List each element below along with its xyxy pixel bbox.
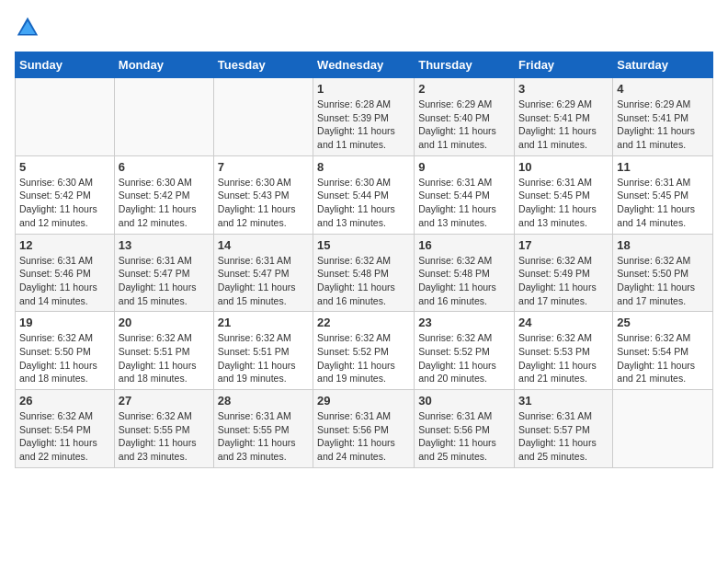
calendar-header-tuesday: Tuesday [213, 52, 313, 78]
calendar-cell: 27Sunrise: 6:32 AM Sunset: 5:55 PM Dayli… [114, 390, 213, 468]
calendar-cell: 1Sunrise: 6:28 AM Sunset: 5:39 PM Daylig… [313, 78, 415, 156]
day-info: Sunrise: 6:28 AM Sunset: 5:39 PM Dayligh… [317, 98, 410, 152]
day-info: Sunrise: 6:32 AM Sunset: 5:48 PM Dayligh… [418, 254, 510, 308]
day-info: Sunrise: 6:32 AM Sunset: 5:50 PM Dayligh… [19, 331, 110, 385]
calendar-week-row: 26Sunrise: 6:32 AM Sunset: 5:54 PM Dayli… [16, 390, 713, 468]
day-info: Sunrise: 6:29 AM Sunset: 5:40 PM Dayligh… [418, 98, 510, 152]
day-info: Sunrise: 6:32 AM Sunset: 5:49 PM Dayligh… [518, 254, 609, 308]
day-number: 29 [317, 394, 410, 408]
day-info: Sunrise: 6:30 AM Sunset: 5:42 PM Dayligh… [119, 176, 210, 230]
calendar-cell: 5Sunrise: 6:30 AM Sunset: 5:42 PM Daylig… [16, 155, 115, 234]
day-number: 7 [218, 160, 309, 174]
day-number: 24 [518, 316, 609, 329]
calendar-cell: 31Sunrise: 6:31 AM Sunset: 5:57 PM Dayli… [515, 390, 613, 468]
day-number: 17 [518, 238, 609, 252]
calendar-table: SundayMondayTuesdayWednesdayThursdayFrid… [15, 52, 713, 468]
calendar-cell: 11Sunrise: 6:31 AM Sunset: 5:45 PM Dayli… [613, 155, 713, 234]
day-number: 27 [119, 394, 210, 408]
day-info: Sunrise: 6:30 AM Sunset: 5:44 PM Dayligh… [317, 176, 410, 230]
calendar-header-friday: Friday [515, 52, 613, 78]
day-info: Sunrise: 6:31 AM Sunset: 5:56 PM Dayligh… [418, 409, 510, 464]
calendar-cell: 3Sunrise: 6:29 AM Sunset: 5:41 PM Daylig… [515, 78, 613, 156]
calendar-cell: 7Sunrise: 6:30 AM Sunset: 5:43 PM Daylig… [213, 155, 313, 234]
day-number: 28 [218, 394, 309, 408]
calendar-cell: 17Sunrise: 6:32 AM Sunset: 5:49 PM Dayli… [515, 234, 613, 312]
calendar-cell: 15Sunrise: 6:32 AM Sunset: 5:48 PM Dayli… [313, 234, 415, 312]
calendar-cell: 4Sunrise: 6:29 AM Sunset: 5:41 PM Daylig… [613, 78, 713, 156]
logo [15, 15, 44, 40]
calendar-cell: 21Sunrise: 6:32 AM Sunset: 5:51 PM Dayli… [213, 312, 313, 390]
day-number: 2 [418, 82, 510, 96]
day-info: Sunrise: 6:32 AM Sunset: 5:54 PM Dayligh… [617, 331, 709, 385]
day-info: Sunrise: 6:29 AM Sunset: 5:41 PM Dayligh… [518, 98, 609, 152]
calendar-cell: 8Sunrise: 6:30 AM Sunset: 5:44 PM Daylig… [313, 155, 415, 234]
calendar-cell: 29Sunrise: 6:31 AM Sunset: 5:56 PM Dayli… [313, 390, 415, 468]
day-info: Sunrise: 6:32 AM Sunset: 5:52 PM Dayligh… [418, 331, 510, 385]
day-number: 12 [19, 238, 110, 252]
day-info: Sunrise: 6:31 AM Sunset: 5:56 PM Dayligh… [317, 409, 410, 464]
day-number: 21 [218, 316, 309, 329]
calendar-cell: 22Sunrise: 6:32 AM Sunset: 5:52 PM Dayli… [313, 312, 415, 390]
calendar-header-saturday: Saturday [613, 52, 713, 78]
calendar-cell: 9Sunrise: 6:31 AM Sunset: 5:44 PM Daylig… [415, 155, 515, 234]
calendar-cell [213, 78, 313, 156]
logo-icon [15, 15, 40, 40]
calendar-header-thursday: Thursday [415, 52, 515, 78]
day-info: Sunrise: 6:31 AM Sunset: 5:46 PM Dayligh… [19, 254, 110, 308]
calendar-week-row: 5Sunrise: 6:30 AM Sunset: 5:42 PM Daylig… [16, 155, 713, 234]
day-info: Sunrise: 6:31 AM Sunset: 5:45 PM Dayligh… [617, 176, 709, 230]
calendar-cell [16, 78, 115, 156]
day-number: 30 [418, 394, 510, 408]
calendar-cell: 20Sunrise: 6:32 AM Sunset: 5:51 PM Dayli… [114, 312, 213, 390]
calendar-cell: 24Sunrise: 6:32 AM Sunset: 5:53 PM Dayli… [515, 312, 613, 390]
calendar-cell: 14Sunrise: 6:31 AM Sunset: 5:47 PM Dayli… [213, 234, 313, 312]
calendar-cell: 26Sunrise: 6:32 AM Sunset: 5:54 PM Dayli… [16, 390, 115, 468]
day-number: 4 [617, 82, 709, 96]
day-number: 23 [418, 316, 510, 329]
day-info: Sunrise: 6:31 AM Sunset: 5:55 PM Dayligh… [218, 409, 309, 464]
calendar-cell: 6Sunrise: 6:30 AM Sunset: 5:42 PM Daylig… [114, 155, 213, 234]
day-number: 3 [518, 82, 609, 96]
calendar-cell: 2Sunrise: 6:29 AM Sunset: 5:40 PM Daylig… [415, 78, 515, 156]
calendar-cell: 10Sunrise: 6:31 AM Sunset: 5:45 PM Dayli… [515, 155, 613, 234]
day-info: Sunrise: 6:31 AM Sunset: 5:47 PM Dayligh… [218, 254, 309, 308]
day-number: 9 [418, 160, 510, 174]
day-number: 6 [119, 160, 210, 174]
day-number: 10 [518, 160, 609, 174]
calendar-cell: 13Sunrise: 6:31 AM Sunset: 5:47 PM Dayli… [114, 234, 213, 312]
day-number: 16 [418, 238, 510, 252]
day-number: 1 [317, 82, 410, 96]
calendar-header-wednesday: Wednesday [313, 52, 415, 78]
day-info: Sunrise: 6:31 AM Sunset: 5:57 PM Dayligh… [518, 409, 609, 464]
day-info: Sunrise: 6:29 AM Sunset: 5:41 PM Dayligh… [617, 98, 709, 152]
calendar-header-row: SundayMondayTuesdayWednesdayThursdayFrid… [16, 52, 713, 78]
calendar-cell [613, 390, 713, 468]
day-info: Sunrise: 6:30 AM Sunset: 5:43 PM Dayligh… [218, 176, 309, 230]
day-info: Sunrise: 6:31 AM Sunset: 5:47 PM Dayligh… [119, 254, 210, 308]
day-number: 25 [617, 316, 709, 329]
day-number: 26 [19, 394, 110, 408]
day-number: 14 [218, 238, 309, 252]
day-info: Sunrise: 6:32 AM Sunset: 5:54 PM Dayligh… [19, 409, 110, 464]
calendar-week-row: 19Sunrise: 6:32 AM Sunset: 5:50 PM Dayli… [16, 312, 713, 390]
calendar-cell: 25Sunrise: 6:32 AM Sunset: 5:54 PM Dayli… [613, 312, 713, 390]
calendar-cell: 28Sunrise: 6:31 AM Sunset: 5:55 PM Dayli… [213, 390, 313, 468]
day-info: Sunrise: 6:32 AM Sunset: 5:51 PM Dayligh… [218, 331, 309, 385]
day-info: Sunrise: 6:31 AM Sunset: 5:45 PM Dayligh… [518, 176, 609, 230]
day-number: 19 [19, 316, 110, 329]
page-header [15, 15, 713, 40]
calendar-cell: 18Sunrise: 6:32 AM Sunset: 5:50 PM Dayli… [613, 234, 713, 312]
day-info: Sunrise: 6:30 AM Sunset: 5:42 PM Dayligh… [19, 176, 110, 230]
calendar-week-row: 12Sunrise: 6:31 AM Sunset: 5:46 PM Dayli… [16, 234, 713, 312]
day-number: 18 [617, 238, 709, 252]
calendar-cell: 16Sunrise: 6:32 AM Sunset: 5:48 PM Dayli… [415, 234, 515, 312]
calendar-cell: 12Sunrise: 6:31 AM Sunset: 5:46 PM Dayli… [16, 234, 115, 312]
day-info: Sunrise: 6:32 AM Sunset: 5:52 PM Dayligh… [317, 331, 410, 385]
day-number: 11 [617, 160, 709, 174]
day-info: Sunrise: 6:32 AM Sunset: 5:53 PM Dayligh… [518, 331, 609, 385]
day-number: 8 [317, 160, 410, 174]
day-info: Sunrise: 6:31 AM Sunset: 5:44 PM Dayligh… [418, 176, 510, 230]
day-number: 22 [317, 316, 410, 329]
calendar-cell: 30Sunrise: 6:31 AM Sunset: 5:56 PM Dayli… [415, 390, 515, 468]
day-info: Sunrise: 6:32 AM Sunset: 5:50 PM Dayligh… [617, 254, 709, 308]
